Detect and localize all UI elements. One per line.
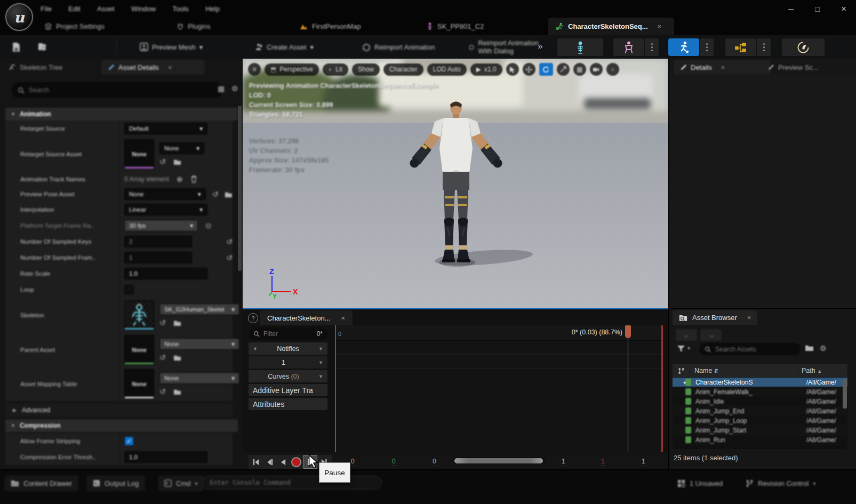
mesh-mode-button[interactable] <box>613 38 644 56</box>
asset-row[interactable]: Anim_Jump_Start/All/Game/ <box>673 426 847 435</box>
details-search-input[interactable]: Search <box>12 83 222 98</box>
play-reverse-button[interactable] <box>276 455 290 468</box>
reimport-animation-dialog-button[interactable]: Reimport Animation With Dialog <box>463 35 549 59</box>
blueprint-mode-options[interactable] <box>757 38 771 56</box>
skeleton-asset-dropdown[interactable]: SK_G2Human_Skelet▾ <box>159 303 239 315</box>
track-curves[interactable]: Curves (0) ▼ <box>249 370 327 382</box>
console-command-input[interactable]: Enter Console Command <box>202 476 382 490</box>
reset-to-default-icon[interactable]: ↺ <box>226 253 233 262</box>
browse-to-asset-icon[interactable] <box>173 319 181 326</box>
parent-asset-thumbnail[interactable]: None <box>124 335 154 365</box>
menu-edit[interactable]: Edit <box>61 0 87 18</box>
view-start-field[interactable]: 0 <box>392 458 396 466</box>
current-frame-field[interactable]: 0 <box>433 458 436 466</box>
tab-details[interactable]: Details × <box>674 60 771 75</box>
lod-dropdown[interactable]: LOD Auto <box>427 63 467 76</box>
menu-asset[interactable]: Asset <box>90 0 122 18</box>
asset-row[interactable]: Anim_Jump_Loop/All/Game/ <box>673 416 847 425</box>
asset-row[interactable]: Anim_FemaleWalk_/All/Game/ <box>673 387 847 396</box>
character-dropdown[interactable]: Character <box>383 63 423 76</box>
unsaved-button[interactable]: 1 Unsaved <box>671 475 729 491</box>
track-notify-1[interactable]: 1 ▼ <box>249 356 327 369</box>
browse-to-asset-icon[interactable] <box>225 191 233 198</box>
back-button[interactable]: ← <box>676 329 697 341</box>
timeline-filter-input[interactable]: Filter 0* <box>249 327 327 340</box>
asset-row[interactable]: Anim_Run/All/Game/ <box>673 435 847 444</box>
step-backward-button[interactable] <box>263 455 276 468</box>
interpolation-dropdown[interactable]: Linear▾ <box>124 204 207 215</box>
timeline-document-tab[interactable]: CharacterSkeleton... × <box>260 310 353 325</box>
save-asset-button[interactable] <box>6 35 26 59</box>
asset-list-scrollbar[interactable] <box>843 379 847 409</box>
use-selected-icon[interactable]: ↺ <box>159 387 166 396</box>
target-icon[interactable]: ⊙ <box>205 221 212 230</box>
tab-close-icon[interactable]: × <box>721 63 725 71</box>
add-array-element-icon[interactable]: ⊕ <box>177 175 183 183</box>
rotate-tool-icon[interactable] <box>539 63 553 76</box>
row-advanced[interactable]: ▶ Advanced <box>5 403 233 418</box>
help-icon[interactable]: ? <box>248 313 258 323</box>
track-options-arrow-icon[interactable]: ▼ <box>318 374 323 379</box>
section-animation[interactable]: ▼ Animation <box>5 108 238 121</box>
menu-tools[interactable]: Tools <box>165 0 196 18</box>
sampled-keys-input[interactable]: 2 <box>124 236 192 247</box>
tab-sk-pp801-c2[interactable]: SK_PP801_C2 <box>419 18 491 35</box>
blueprint-mode-button[interactable] <box>725 38 756 56</box>
filter-funnel-icon[interactable] <box>677 345 685 354</box>
tab-plugins[interactable]: Plugins <box>170 18 218 35</box>
browse-to-asset-icon[interactable] <box>173 388 181 395</box>
section-compression[interactable]: ▼ Compression <box>5 419 238 432</box>
range-end-field[interactable]: 1 <box>601 458 605 466</box>
create-asset-dropdown[interactable]: Create Asset▾ <box>250 35 319 59</box>
timeline-ruler[interactable]: 0 0* (0.03) (88.7%) <box>335 325 664 341</box>
tab-close-icon[interactable]: × <box>747 314 751 322</box>
menu-file[interactable]: File <box>33 0 59 18</box>
toolbar-overflow-chevron[interactable]: » <box>538 41 542 52</box>
translate-tool-icon[interactable] <box>523 63 535 76</box>
asset-mapping-dropdown[interactable]: None▾ <box>159 372 239 384</box>
track-attributes[interactable]: Attributes <box>249 398 327 410</box>
asset-row[interactable]: Anim_Idle/All/Game/ <box>673 397 847 406</box>
allow-frame-stripping-checkbox[interactable]: ✓ <box>124 436 134 446</box>
range-end-bracket[interactable] <box>661 325 663 452</box>
compression-error-input[interactable]: 1.0 <box>124 451 207 463</box>
revision-control-button[interactable]: Revision Control ▾ <box>739 475 822 491</box>
use-selected-icon[interactable]: ↺ <box>159 157 166 166</box>
search-assets-input[interactable]: Search Assets <box>699 343 801 355</box>
column-name[interactable]: Name ⇵ <box>690 367 798 374</box>
to-front-button[interactable] <box>250 455 263 468</box>
view-end-field[interactable]: 1 <box>562 458 565 466</box>
asset-mapping-thumbnail[interactable]: None <box>124 369 154 399</box>
use-selected-icon[interactable]: ↺ <box>212 190 219 198</box>
asset-row[interactable]: Anim_Jump_End/All/Game/ <box>673 406 847 415</box>
tab-close-icon[interactable]: × <box>341 314 346 322</box>
total-frames-field[interactable]: 1 <box>642 458 645 466</box>
folders-icon[interactable] <box>805 344 814 353</box>
tab-close-icon[interactable]: × <box>658 22 662 30</box>
clear-array-trash-icon[interactable] <box>190 175 197 183</box>
tab-preview-scene[interactable]: Preview Sc... <box>761 60 854 75</box>
retarget-asset-dropdown[interactable]: None▾ <box>159 142 204 154</box>
skeleton-thumbnail[interactable] <box>124 300 154 330</box>
tab-close-icon[interactable]: × <box>168 63 172 71</box>
unreal-logo[interactable]: u <box>5 3 33 31</box>
asset-browser-tab[interactable]: Asset Browser × <box>673 310 757 325</box>
details-scrollbar[interactable] <box>238 106 242 271</box>
details-settings-gear-icon[interactable]: ⚙ <box>231 84 238 93</box>
perspective-dropdown[interactable]: ⬒Perspective <box>265 63 319 76</box>
content-drawer-button[interactable]: Content Drawer <box>4 475 78 491</box>
column-path[interactable]: Path ▲ <box>798 367 847 374</box>
reimport-animation-button[interactable]: Reimport Animation <box>356 35 440 59</box>
cmd-dropdown[interactable]: Cmd ▾ <box>158 475 204 491</box>
loop-checkbox[interactable] <box>124 285 134 294</box>
skeleton-mode-button[interactable] <box>557 38 603 56</box>
property-matrix-icon[interactable]: ▦ <box>218 84 225 93</box>
frame-rate-dropdown[interactable]: 30 fps▾ <box>124 220 198 231</box>
camera-speed-icon[interactable] <box>590 63 603 76</box>
animation-mode-button[interactable] <box>668 38 699 56</box>
tab-character-skeleton-seq[interactable]: CharacterSkeletonSeq... × <box>548 18 674 35</box>
preview-viewport[interactable]: ≡ ⬒Perspective ◐Lit Show Character LOD A… <box>243 59 668 308</box>
output-log-button[interactable]: Output Log <box>86 475 145 491</box>
asset-settings-gear-icon[interactable]: ⚙ <box>820 344 827 353</box>
reset-to-default-icon[interactable]: ↺ <box>226 237 233 246</box>
